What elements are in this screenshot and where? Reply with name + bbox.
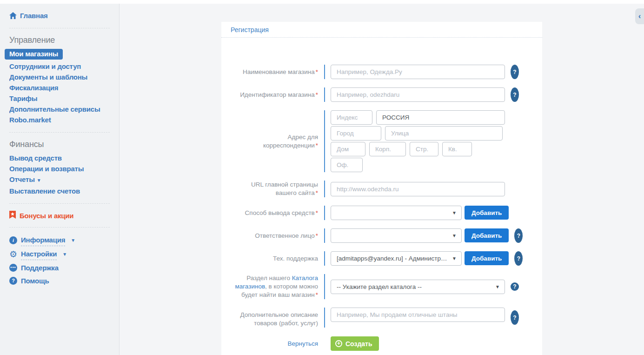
sidebar: Главная Управление Мои магазины Сотрудни… <box>0 4 120 355</box>
field-separator <box>324 308 325 328</box>
office-input[interactable] <box>331 158 363 172</box>
building-input[interactable] <box>369 142 406 156</box>
address-row: Адрес для корреспонденции* <box>221 110 542 172</box>
tech-support-select[interactable]: [admitapps@yandex.ru] - Администра... ▼ <box>331 251 462 266</box>
responsible-person-label: Ответственное лицо* <box>221 228 318 243</box>
field-separator <box>324 110 325 172</box>
sidebar-item-information[interactable]: i Информация ▼ <box>9 234 119 246</box>
house-input[interactable] <box>331 142 365 156</box>
add-responsible-button[interactable]: Добавить <box>465 228 509 242</box>
caret-down-icon: ▼ <box>452 233 457 238</box>
shop-id-label: Идентификатор магазина* <box>221 87 318 102</box>
shop-name-row: Наименование магазина* ? <box>221 65 542 79</box>
sidebar-home-label: Главная <box>20 10 48 21</box>
shop-id-input[interactable] <box>331 87 505 102</box>
required-mark: * <box>316 142 318 149</box>
help-icon[interactable]: ? <box>511 310 519 325</box>
sidebar-item-withdrawal[interactable]: Вывод средств <box>9 153 119 163</box>
top-bar <box>0 0 644 4</box>
registration-card: Регистрация Наименование магазина* ? Иде… <box>221 22 542 355</box>
sidebar-item-robomarket[interactable]: Robo.market <box>9 114 119 125</box>
tech-support-row: Тех. поддержка [admitapps@yandex.ru] - А… <box>221 251 542 266</box>
sidebar-divider <box>9 28 110 28</box>
help-icon[interactable]: ? <box>511 87 519 102</box>
add-payout-button[interactable]: Добавить <box>465 206 509 220</box>
caret-down-icon: ▼ <box>62 249 67 260</box>
street-input[interactable] <box>385 126 503 141</box>
create-button[interactable]: + Создать <box>331 336 379 351</box>
city-input[interactable] <box>331 126 381 141</box>
main-content: ‹ Регистрация Наименование магазина* ? И… <box>120 4 644 355</box>
caret-down-icon: ▼ <box>37 178 41 183</box>
structure-input[interactable] <box>410 142 438 156</box>
sidebar-item-support[interactable]: ••• Поддержка <box>9 262 119 273</box>
flat-input[interactable] <box>442 142 472 156</box>
responsible-person-row: Ответственное лицо* ▼ Добавить ? <box>221 228 542 243</box>
field-separator <box>324 206 325 220</box>
info-icon: i <box>9 236 17 244</box>
sidebar-divider <box>9 132 110 133</box>
caret-down-icon: ▼ <box>71 235 75 246</box>
responsible-person-select[interactable]: ▼ <box>331 228 462 243</box>
question-circle-icon: ? <box>9 277 17 285</box>
sidebar-item-tariffs[interactable]: Тарифы <box>9 93 119 104</box>
home-icon <box>9 12 17 19</box>
payout-method-select[interactable]: ▼ <box>331 206 462 220</box>
sidebar-item-bonuses[interactable]: Бонусы и акции <box>9 211 119 220</box>
site-url-input[interactable] <box>331 182 505 196</box>
collapse-panel-button[interactable]: ‹ <box>635 8 644 24</box>
sidebar-item-settings[interactable]: ⚙ Настройки ▼ <box>9 248 119 260</box>
sidebar-item-help[interactable]: ? Помощь <box>9 275 119 286</box>
description-label: Дополнительное описание товаров (работ, … <box>221 308 318 328</box>
bonus-bookmark-icon <box>9 211 16 220</box>
sidebar-divider <box>9 203 110 204</box>
field-separator <box>324 181 325 197</box>
field-separator <box>324 87 325 102</box>
sidebar-item-my-shops[interactable]: Мои магазины <box>5 49 63 60</box>
sidebar-item-invoicing[interactable]: Выставление счетов <box>9 186 119 196</box>
sidebar-item-operations[interactable]: Операции и возвраты <box>9 163 119 174</box>
sidebar-item-extra-services[interactable]: Дополнительные сервисы <box>9 104 119 114</box>
sidebar-item-documents[interactable]: Документы и шаблоны <box>9 72 119 82</box>
sidebar-divider <box>9 227 110 228</box>
back-link[interactable]: Вернуться <box>287 340 318 347</box>
catalog-section-select[interactable]: -- Укажите раздел каталога -- ▼ <box>331 280 505 294</box>
sidebar-item-home[interactable]: Главная <box>9 10 119 21</box>
tech-support-label: Тех. поддержка <box>221 251 318 266</box>
required-mark: * <box>316 291 318 298</box>
chevron-left-icon: ‹ <box>638 12 641 21</box>
help-icon[interactable]: ? <box>514 251 523 266</box>
required-mark: * <box>316 232 318 239</box>
add-tech-support-button[interactable]: Добавить <box>465 251 509 265</box>
field-separator <box>324 228 325 243</box>
field-separator <box>324 65 325 79</box>
payout-method-row: Способ вывода средств* ▼ Добавить <box>221 206 542 220</box>
payout-method-label: Способ вывода средств* <box>221 206 318 220</box>
catalog-section-label: Раздел нашего Каталога магазинов, в кото… <box>221 274 318 299</box>
required-mark: * <box>316 91 318 98</box>
help-icon[interactable]: ? <box>511 282 519 291</box>
plus-circle-icon: + <box>335 340 342 347</box>
required-mark: * <box>316 189 318 196</box>
shop-name-input[interactable] <box>331 65 505 79</box>
address-label: Адрес для корреспонденции* <box>221 133 318 150</box>
site-url-row: URL главной страницы вашего сайта* <box>221 181 542 197</box>
help-icon[interactable]: ? <box>514 228 523 243</box>
required-mark: * <box>316 209 318 216</box>
sidebar-item-staff[interactable]: Сотрудники и доступ <box>9 61 119 72</box>
sidebar-item-fiscalization[interactable]: Фискализация <box>9 82 119 93</box>
country-input[interactable] <box>376 110 505 125</box>
shop-id-row: Идентификатор магазина* ? <box>221 87 542 102</box>
chat-bubble-icon: ••• <box>9 264 17 272</box>
form-footer: Вернуться + Создать <box>221 336 542 351</box>
description-row: Дополнительное описание товаров (работ, … <box>221 308 542 328</box>
caret-down-icon: ▼ <box>495 284 500 289</box>
help-icon[interactable]: ? <box>511 65 519 79</box>
site-url-label: URL главной страницы вашего сайта* <box>221 181 318 197</box>
required-mark: * <box>316 68 318 75</box>
card-title: Регистрация <box>221 22 542 38</box>
caret-down-icon: ▼ <box>452 210 457 215</box>
description-input[interactable] <box>331 308 505 322</box>
sidebar-item-reports[interactable]: Отчеты▼ <box>9 174 119 186</box>
postal-index-input[interactable] <box>331 110 372 125</box>
